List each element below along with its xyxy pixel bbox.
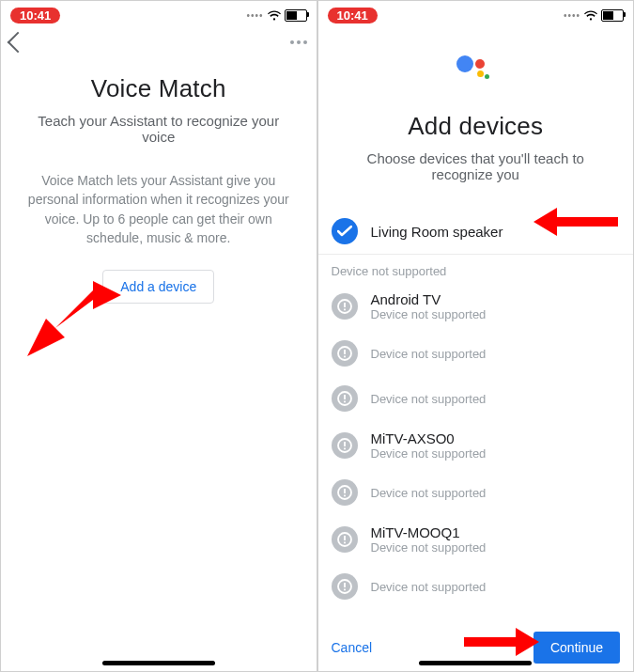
device-status: Device not supported <box>371 347 487 361</box>
device-text: MiTV-MOOQ1Device not supported <box>371 524 487 555</box>
device-name: Living Room speaker <box>371 224 503 240</box>
device-name: Android TV <box>371 291 487 307</box>
svg-rect-11 <box>344 401 346 403</box>
screen-add-devices: 10:41 •••• Add devices Choose devices th… <box>317 0 635 672</box>
check-icon <box>332 218 358 244</box>
status-bar: 10:41 •••• <box>1 1 317 27</box>
device-row: Device not supported <box>318 331 634 376</box>
status-time: 10:41 <box>10 8 60 23</box>
device-row: MiTV-MOOQ1Device not supported <box>318 515 634 564</box>
wifi-icon <box>584 10 597 21</box>
device-row: Device not supported <box>318 470 634 515</box>
device-status: Device not supported <box>371 446 487 461</box>
device-name: MiTV-AXSO0 <box>371 430 487 446</box>
device-name: MiTV-MOOQ1 <box>371 524 487 540</box>
back-icon[interactable] <box>8 32 29 54</box>
alert-icon <box>332 526 358 553</box>
assistant-logo-icon <box>318 55 634 87</box>
cellular-icon: •••• <box>246 10 263 21</box>
svg-rect-17 <box>344 495 346 497</box>
svg-rect-20 <box>344 542 346 544</box>
svg-rect-8 <box>344 356 346 358</box>
cancel-button[interactable]: Cancel <box>332 640 373 655</box>
page-subtitle: Teach your Assistant to recognize your v… <box>1 113 317 145</box>
svg-rect-14 <box>344 448 346 450</box>
device-status: Device not supported <box>371 486 487 500</box>
page-subtitle: Choose devices that you'll teach to reco… <box>318 150 634 182</box>
device-status: Device not supported <box>371 540 487 555</box>
alert-icon <box>332 385 358 412</box>
device-text: MiTV-AXSO0Device not supported <box>371 430 487 461</box>
screen-voice-match: 10:41 •••• Voice Match Teach your Assist… <box>0 0 317 672</box>
section-unsupported: Device not supported <box>318 255 634 282</box>
alert-icon <box>332 340 358 367</box>
status-bar: 10:41 •••• <box>318 1 634 27</box>
device-text: Device not supported <box>371 347 487 361</box>
device-text: Device not supported <box>371 486 487 500</box>
svg-rect-23 <box>344 589 346 591</box>
svg-rect-22 <box>344 583 346 587</box>
unsupported-list: Android TVDevice not supportedDevice not… <box>318 282 634 609</box>
wifi-icon <box>268 10 281 21</box>
continue-button[interactable]: Continue <box>533 632 620 664</box>
device-status: Device not supported <box>371 307 487 321</box>
svg-rect-13 <box>344 442 346 446</box>
device-row: Android TVDevice not supported <box>318 282 634 331</box>
svg-rect-4 <box>344 303 346 307</box>
battery-icon <box>601 9 624 22</box>
device-status: Device not supported <box>371 392 487 406</box>
svg-rect-7 <box>344 350 346 354</box>
status-indicators: •••• <box>564 9 624 22</box>
page-description: Voice Match lets your Assistant give you… <box>1 171 317 247</box>
alert-icon <box>332 573 358 600</box>
svg-rect-24 <box>464 637 516 647</box>
page-title: Add devices <box>318 112 634 141</box>
alert-icon <box>332 432 358 459</box>
add-device-button[interactable]: Add a device <box>102 270 214 304</box>
svg-rect-10 <box>344 395 346 399</box>
device-text: Device not supported <box>371 392 487 406</box>
alert-icon <box>332 479 358 506</box>
device-row: Device not supported <box>318 564 634 609</box>
nav-bar <box>1 27 317 50</box>
device-row: MiTV-AXSO0Device not supported <box>318 421 634 470</box>
home-indicator[interactable] <box>419 661 532 665</box>
home-indicator[interactable] <box>102 661 215 665</box>
more-icon[interactable] <box>290 40 307 44</box>
battery-icon <box>285 9 307 22</box>
status-indicators: •••• <box>246 9 306 22</box>
svg-rect-16 <box>344 489 346 493</box>
svg-rect-5 <box>344 309 346 311</box>
device-status: Device not supported <box>371 580 487 594</box>
device-row-selected[interactable]: Living Room speaker <box>318 209 634 255</box>
device-text: Android TVDevice not supported <box>371 291 487 321</box>
alert-icon <box>332 293 358 320</box>
annotation-arrow <box>464 628 539 656</box>
page-title: Voice Match <box>1 74 317 103</box>
device-row: Device not supported <box>318 376 634 421</box>
device-text: Device not supported <box>371 580 487 594</box>
cellular-icon: •••• <box>564 10 580 21</box>
svg-rect-19 <box>344 536 346 540</box>
status-time: 10:41 <box>328 8 378 23</box>
